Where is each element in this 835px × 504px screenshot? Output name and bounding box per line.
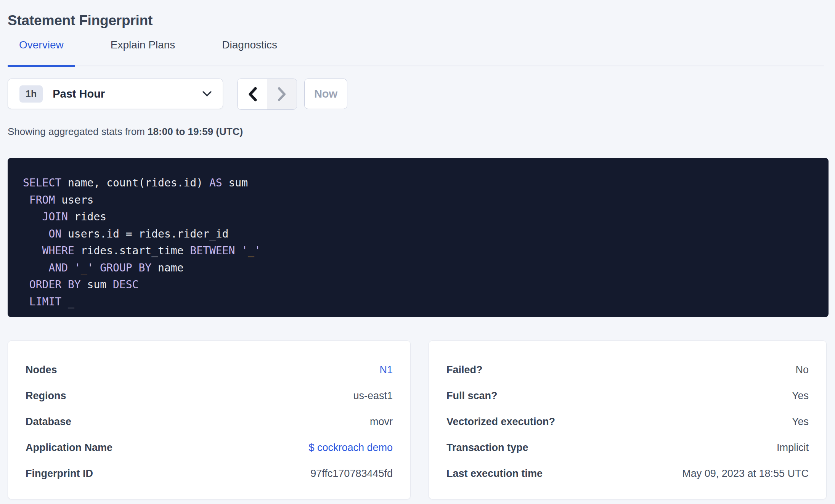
detail-value-link[interactable]: N1 bbox=[379, 364, 393, 376]
detail-row: Fingerprint ID97ffc170783445fd bbox=[26, 461, 393, 486]
previous-time-button[interactable] bbox=[238, 79, 267, 109]
time-range-badge: 1h bbox=[19, 85, 43, 103]
detail-row: Databasemovr bbox=[26, 409, 393, 435]
detail-row: Application Name$ cockroach demo bbox=[26, 435, 393, 461]
detail-label: Full scan? bbox=[446, 390, 498, 402]
detail-row: NodesN1 bbox=[26, 357, 393, 383]
detail-row: Transaction typeImplicit bbox=[446, 435, 809, 461]
sql-line: FROM users bbox=[23, 192, 813, 209]
detail-label: Nodes bbox=[26, 364, 57, 376]
detail-value: N1 bbox=[379, 364, 393, 376]
sql-line: LIMIT _ bbox=[23, 294, 813, 311]
stats-range: 18:00 to 19:59 (UTC) bbox=[148, 126, 243, 137]
execution-details-card: Failed?NoFull scan?YesVectorized executi… bbox=[429, 340, 827, 499]
now-button[interactable]: Now bbox=[304, 79, 347, 109]
detail-value: No bbox=[795, 364, 809, 376]
detail-row: Regionsus-east1 bbox=[26, 383, 393, 409]
detail-value: Yes bbox=[792, 416, 809, 428]
detail-row: Vectorized execution?Yes bbox=[446, 409, 809, 435]
detail-value: 97ffc170783445fd bbox=[310, 468, 393, 480]
sql-line: WHERE rides.start_time BETWEEN '_' bbox=[23, 242, 813, 260]
tab-diagnostics[interactable]: Diagnostics bbox=[210, 37, 289, 66]
sql-statement-box: SELECT name, count(rides.id) AS sum FROM… bbox=[8, 158, 829, 317]
detail-label: Database bbox=[26, 416, 71, 428]
detail-label: Application Name bbox=[26, 442, 112, 454]
detail-value: Implicit bbox=[777, 442, 809, 454]
detail-label: Regions bbox=[26, 390, 66, 402]
statement-details-card: NodesN1Regionsus-east1DatabasemovrApplic… bbox=[8, 340, 411, 499]
sql-line: ON users.id = rides.rider_id bbox=[23, 226, 813, 243]
detail-label: Last execution time bbox=[446, 468, 543, 480]
stats-prefix: Showing aggregated stats from bbox=[8, 126, 148, 137]
tab-overview[interactable]: Overview bbox=[8, 37, 75, 66]
chevron-left-icon bbox=[247, 87, 258, 102]
detail-label: Transaction type bbox=[446, 442, 528, 454]
detail-value: May 09, 2023 at 18:55 UTC bbox=[682, 468, 809, 480]
detail-label: Failed? bbox=[446, 364, 483, 376]
tab-explain-plans[interactable]: Explain Plans bbox=[99, 37, 187, 66]
sql-line: AND '_' GROUP BY name bbox=[23, 260, 813, 277]
detail-label: Vectorized execution? bbox=[446, 416, 555, 428]
time-nav-group bbox=[237, 79, 297, 110]
page-title: Statement Fingerprint bbox=[8, 13, 153, 29]
chevron-right-icon bbox=[277, 87, 287, 102]
sql-line: JOIN rides bbox=[23, 209, 813, 226]
detail-value: $ cockroach demo bbox=[308, 442, 393, 454]
detail-value: movr bbox=[370, 416, 393, 428]
detail-row: Failed?No bbox=[446, 357, 809, 383]
detail-label: Fingerprint ID bbox=[26, 468, 93, 480]
tabs: OverviewExplain PlansDiagnostics bbox=[8, 37, 824, 66]
time-range-dropdown[interactable]: 1h Past Hour bbox=[8, 79, 223, 109]
detail-row: Full scan?Yes bbox=[446, 383, 809, 409]
next-time-button[interactable] bbox=[267, 79, 297, 109]
sql-line: ORDER BY sum DESC bbox=[23, 276, 813, 294]
detail-value: us-east1 bbox=[353, 390, 393, 402]
aggregated-stats-summary: Showing aggregated stats from 18:00 to 1… bbox=[8, 126, 243, 138]
detail-value-link[interactable]: $ cockroach demo bbox=[308, 442, 393, 453]
detail-row: Last execution timeMay 09, 2023 at 18:55… bbox=[446, 461, 809, 486]
sql-line: SELECT name, count(rides.id) AS sum bbox=[23, 175, 813, 192]
chevron-down-icon bbox=[202, 91, 212, 97]
time-range-label: Past Hour bbox=[53, 88, 202, 100]
detail-value: Yes bbox=[792, 390, 809, 402]
time-controls: 1h Past Hour Now bbox=[8, 79, 347, 109]
